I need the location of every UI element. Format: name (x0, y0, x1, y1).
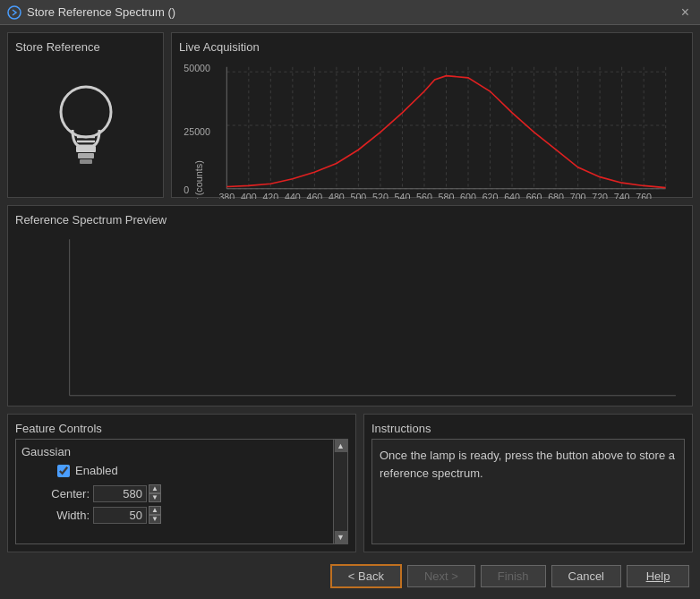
svg-text:420: 420 (262, 192, 278, 199)
svg-text:460: 460 (306, 192, 322, 199)
center-field-row: Center: ▲ ▼ (21, 484, 342, 502)
scroll-track[interactable] (334, 452, 347, 531)
svg-text:720: 720 (592, 192, 608, 199)
svg-text:680: 680 (548, 192, 564, 199)
finish-button[interactable]: Finish (481, 565, 546, 587)
svg-text:400: 400 (241, 192, 257, 199)
width-label: Width: (36, 509, 90, 522)
svg-rect-6 (80, 159, 92, 164)
scroll-up-arrow[interactable]: ▲ (335, 440, 347, 452)
width-down-button[interactable]: ▼ (149, 515, 161, 524)
bulb-container (15, 61, 156, 190)
svg-text:740: 740 (614, 192, 630, 199)
center-spin: ▲ ▼ (149, 484, 161, 502)
svg-text:500: 500 (351, 192, 367, 199)
enabled-checkbox[interactable] (57, 465, 70, 477)
center-input[interactable] (93, 485, 147, 502)
instructions-title: Instructions (371, 422, 685, 435)
svg-text:700: 700 (570, 192, 586, 199)
y-axis-label: Intensity (counts) (193, 160, 204, 198)
store-reference-title: Store Reference (15, 40, 156, 54)
width-input[interactable] (93, 507, 147, 524)
app-icon (7, 5, 21, 20)
svg-point-1 (61, 87, 111, 137)
cancel-button[interactable]: Cancel (551, 565, 621, 587)
svg-text:660: 660 (526, 192, 542, 199)
reference-preview-panel: Reference Spectrum Preview (7, 205, 693, 406)
scroll-down-arrow[interactable]: ▼ (335, 531, 347, 543)
svg-text:440: 440 (285, 192, 301, 199)
y-mid-label: 25000 (184, 126, 210, 137)
center-up-button[interactable]: ▲ (149, 484, 161, 493)
svg-text:560: 560 (416, 192, 432, 199)
svg-text:600: 600 (460, 192, 476, 199)
store-reference-panel: Store Reference (7, 32, 164, 198)
window-title: Store Reference Spectrum () (27, 5, 175, 19)
help-button[interactable]: Help (627, 565, 689, 587)
live-chart-area: 50000 25000 0 Intensity (counts) (179, 57, 685, 199)
svg-rect-4 (76, 146, 96, 152)
svg-text:580: 580 (439, 192, 455, 199)
svg-text:520: 520 (372, 192, 388, 199)
reference-preview-title: Reference Spectrum Preview (15, 213, 685, 227)
next-button[interactable]: Next > (407, 565, 475, 587)
enabled-label: Enabled (75, 464, 118, 477)
svg-text:380: 380 (218, 192, 235, 199)
svg-point-0 (8, 6, 21, 19)
svg-text:480: 480 (329, 192, 345, 199)
instructions-text-box: Once the lamp is ready, press the button… (371, 439, 685, 544)
gaussian-scrollbar[interactable]: ▲ ▼ (333, 440, 347, 543)
center-down-button[interactable]: ▼ (149, 493, 161, 502)
back-button[interactable]: < Back (330, 564, 402, 588)
y-max-label: 50000 (184, 63, 210, 73)
svg-text:760: 760 (636, 192, 652, 199)
svg-text:640: 640 (504, 192, 520, 199)
help-label: Help (646, 569, 670, 583)
live-acquisition-panel: Live Acquisition 50000 25000 0 Intensity… (171, 32, 693, 198)
live-acquisition-title: Live Acquisition (179, 40, 685, 54)
gaussian-box: Gaussian Enabled Center: ▲ ▼ Width: (15, 439, 348, 544)
feature-controls-panel: Feature Controls Gaussian Enabled Center… (7, 414, 356, 552)
center-label: Center: (36, 487, 90, 501)
close-button[interactable]: × (678, 4, 693, 21)
enabled-row: Enabled (21, 464, 342, 477)
preview-chart-area (15, 230, 685, 414)
feature-controls-title: Feature Controls (15, 422, 348, 435)
gaussian-title: Gaussian (21, 445, 342, 458)
svg-text:620: 620 (482, 192, 499, 199)
title-bar: Store Reference Spectrum () × (0, 0, 700, 25)
bulb-icon (55, 81, 117, 170)
svg-rect-5 (78, 153, 94, 158)
y-min-label: 0 (184, 184, 189, 195)
width-field-row: Width: ▲ ▼ (21, 506, 342, 524)
svg-text:540: 540 (395, 192, 411, 199)
width-up-button[interactable]: ▲ (149, 506, 161, 515)
instructions-panel: Instructions Once the lamp is ready, pre… (363, 414, 693, 552)
footer: < Back Next > Finish Cancel Help (7, 560, 693, 592)
width-spin: ▲ ▼ (149, 506, 161, 524)
